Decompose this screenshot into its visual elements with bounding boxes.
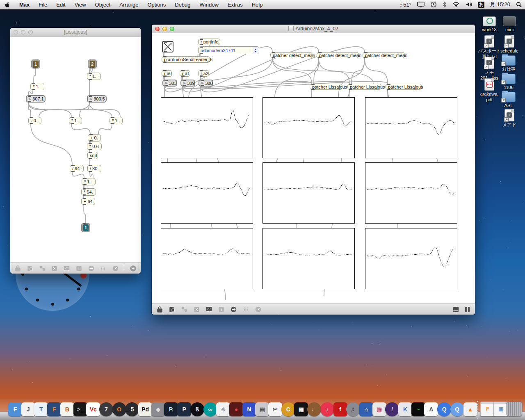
dock-jitter-cube[interactable]: ◆ [151, 402, 165, 416]
dock-processing[interactable]: P [177, 402, 191, 416]
object-box[interactable]: patcher Lissajous [386, 84, 422, 90]
menu-extras[interactable]: Extras [223, 0, 247, 9]
dock-flash[interactable]: f [333, 402, 347, 416]
patch-cord[interactable] [90, 172, 93, 178]
object-box[interactable]: * 0.6 [87, 143, 102, 150]
panel-horizontal-icon[interactable] [452, 306, 459, 313]
menu-edit[interactable]: Edit [52, 0, 70, 9]
dock-vnc[interactable]: Vc [86, 402, 100, 416]
dock-home-app[interactable]: ⌂ [359, 402, 373, 416]
patch-cord[interactable] [71, 124, 90, 134]
dock-ring-app[interactable]: O [112, 402, 126, 416]
info-icon[interactable]: i [75, 265, 83, 272]
dock-thunderbird[interactable]: T [34, 402, 48, 416]
exclude-icon[interactable] [193, 306, 200, 313]
patch-cord[interactable] [28, 90, 33, 95]
desktop-icon-oshigoto-folder[interactable]: ↗お仕事 [497, 53, 520, 71]
volume-menu-icon[interactable] [463, 0, 475, 9]
scope-display[interactable] [262, 97, 355, 158]
dock-camera-app[interactable]: ● [229, 402, 243, 416]
patch-cord[interactable] [84, 205, 86, 223]
menu-file[interactable]: File [34, 0, 52, 9]
scope-display[interactable] [262, 228, 355, 289]
info-icon[interactable]: i [217, 306, 225, 313]
dock-finder[interactable]: F [8, 402, 22, 416]
menu-object[interactable]: Object [91, 0, 115, 9]
add-object-button[interactable] [129, 265, 137, 272]
grid-icon[interactable] [100, 265, 107, 272]
toggle-box[interactable] [162, 41, 173, 52]
scope-display[interactable] [365, 228, 457, 289]
number-box[interactable]: ▶307.1 [26, 95, 46, 103]
grid-icon[interactable] [242, 306, 249, 313]
menu-arrange[interactable]: Arrange [115, 0, 143, 9]
scope-display[interactable] [365, 162, 457, 224]
dock-app-seven[interactable]: 7 [99, 402, 113, 416]
inlet-box[interactable]: 2 [88, 59, 97, 68]
patch-cord[interactable] [338, 58, 365, 97]
object-box[interactable]: patcher Lissajous [347, 84, 381, 90]
plug-icon[interactable] [230, 306, 237, 313]
patch-cord[interactable] [352, 58, 365, 84]
dock-quicktime[interactable]: Q [437, 402, 451, 416]
object-box[interactable]: - 0. [28, 117, 41, 124]
new-object-icon[interactable] [168, 306, 176, 313]
dock-notebook-app[interactable]: N [242, 402, 256, 416]
dock-minimized-window-document[interactable]: ▣ [493, 402, 508, 416]
menu-debug[interactable]: Debug [170, 0, 195, 9]
dock-terminal[interactable]: >_ [73, 402, 87, 416]
desktop-icon-schedule[interactable]: ♪↗schedule [498, 35, 521, 53]
object-box[interactable]: * 1. [82, 178, 96, 185]
object-box[interactable]: r a0 [162, 70, 172, 77]
arduino2max-titlebar[interactable]: Arduino2Max_4_02 [152, 25, 475, 33]
object-box[interactable]: r portinfo [198, 39, 220, 45]
gain-icon[interactable] [112, 265, 119, 272]
display-menu-icon[interactable] [414, 0, 427, 9]
timemachine-menu-icon[interactable] [427, 0, 440, 9]
dock-processing-beta[interactable]: P. [164, 402, 178, 416]
dock-firefox[interactable]: F [47, 402, 61, 416]
input-method-badge[interactable]: あ [475, 0, 487, 9]
patchcords-icon[interactable] [39, 265, 46, 272]
patch-cord[interactable] [365, 58, 388, 84]
dock-bibdesk[interactable]: B [60, 402, 74, 416]
object-box[interactable]: + 64 [81, 198, 95, 205]
object-box[interactable]: patcher detect_mean [363, 52, 405, 58]
dock-scanner-app[interactable]: ▤ [255, 402, 269, 416]
menu-clock[interactable]: 月 15:20 [487, 0, 513, 9]
dock-vlc[interactable]: ▲ [463, 402, 477, 416]
serial-port-menu[interactable]: usbmodem24741▲▼ [198, 46, 259, 54]
dock-keynote[interactable]: K [398, 402, 412, 416]
dock-music-headphones[interactable]: ♬ [346, 402, 360, 416]
object-box[interactable]: r a1 [180, 70, 190, 77]
desktop-icon-1106-folder[interactable]: ↗1106 [497, 72, 520, 90]
object-box[interactable]: patcher detect_mean [270, 52, 313, 58]
dock-garageband[interactable]: ♩ [307, 402, 321, 416]
object-box[interactable]: r a2 [198, 70, 209, 77]
dock-pure-data[interactable]: Pd [138, 402, 152, 416]
object-box[interactable]: sqrt [87, 152, 98, 159]
desktop-icon-mini[interactable]: mini [498, 14, 521, 32]
dock-midi-keyboard[interactable]: ▦ [294, 402, 308, 416]
menu-view[interactable]: View [70, 0, 91, 9]
dock-audio-analyzer[interactable]: ~ [411, 402, 425, 416]
object-box[interactable]: * 1. [110, 117, 123, 124]
lock-icon[interactable] [156, 306, 163, 313]
outlet-box[interactable]: 1 [81, 223, 90, 232]
dock-itunes[interactable]: ♪ [320, 402, 334, 416]
scope-display[interactable] [161, 228, 253, 289]
object-box[interactable]: patcher detect_mean [317, 52, 359, 58]
lock-icon[interactable] [14, 265, 22, 272]
dock-pinwheel-app[interactable]: ✳ [216, 402, 230, 416]
dock-text-editor[interactable]: J [21, 402, 35, 416]
exclude-icon[interactable] [51, 265, 58, 272]
dock-app-document[interactable]: A [424, 402, 438, 416]
object-box[interactable]: / 64. [70, 165, 84, 172]
patch-cord[interactable] [31, 124, 72, 165]
spotlight-icon[interactable] [513, 0, 525, 9]
desktop-icon-asl-folder[interactable]: ↗ASL [497, 90, 520, 108]
desktop-icon-meado-alias[interactable]: ♪↗メアド [498, 109, 521, 127]
bluetooth-menu-icon[interactable] [440, 0, 450, 9]
object-box[interactable]: * 1. [69, 117, 82, 124]
dock-minimized-window-firefox[interactable]: F [480, 402, 495, 416]
